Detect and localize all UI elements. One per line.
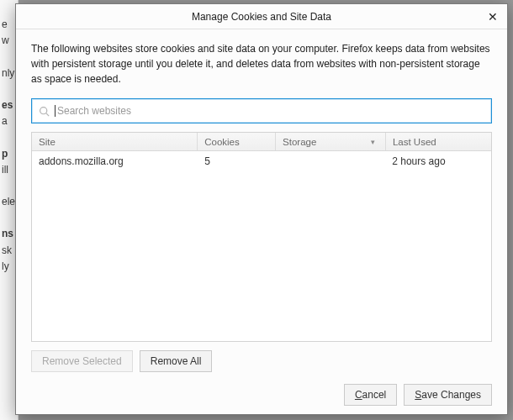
save-changes-button[interactable]: Save Changes (404, 384, 492, 406)
footer-right: Cancel Save Changes (31, 384, 492, 406)
dialog-body: The following websites store cookies and… (16, 29, 507, 414)
text-cursor (55, 105, 56, 117)
close-icon: ✕ (488, 10, 498, 24)
column-header-site[interactable]: Site (32, 133, 198, 150)
dialog-description: The following websites store cookies and… (31, 41, 492, 87)
cell-cookies: 5 (198, 155, 275, 167)
footer-left: Remove Selected Remove All (31, 350, 492, 372)
save-mnemonic: S (415, 389, 421, 401)
cell-site: addons.mozilla.org (32, 155, 198, 167)
column-header-cookies[interactable]: Cookies (198, 133, 276, 150)
chevron-down-icon: ▾ (371, 138, 375, 146)
table-header-row: Site Cookies Storage▾ Last Used (32, 133, 491, 151)
dialog-title: Manage Cookies and Site Data (192, 11, 331, 23)
manage-cookies-dialog: Manage Cookies and Site Data ✕ The follo… (15, 3, 508, 415)
svg-line-1 (46, 113, 49, 115)
search-icon (39, 106, 50, 117)
column-header-lastused-label: Last Used (393, 137, 436, 147)
remove-all-button[interactable]: Remove All (140, 350, 213, 372)
search-field-wrap[interactable] (31, 98, 492, 123)
svg-point-0 (40, 107, 47, 113)
column-header-lastused[interactable]: Last Used (386, 133, 491, 150)
cancel-mnemonic: C (355, 389, 362, 401)
titlebar: Manage Cookies and Site Data ✕ (16, 4, 507, 29)
column-header-storage[interactable]: Storage▾ (276, 133, 386, 150)
cancel-button[interactable]: Cancel (344, 384, 397, 406)
close-button[interactable]: ✕ (484, 8, 502, 26)
table-row[interactable]: addons.mozilla.org 5 2 hours ago (32, 151, 491, 171)
sites-table: Site Cookies Storage▾ Last Used addons.m… (31, 132, 492, 342)
remove-selected-button[interactable]: Remove Selected (31, 350, 133, 372)
cell-lastused: 2 hours ago (385, 155, 491, 167)
search-input[interactable] (57, 105, 484, 117)
column-header-storage-label: Storage (283, 137, 316, 147)
column-header-cookies-label: Cookies (204, 137, 240, 147)
column-header-site-label: Site (39, 137, 56, 147)
